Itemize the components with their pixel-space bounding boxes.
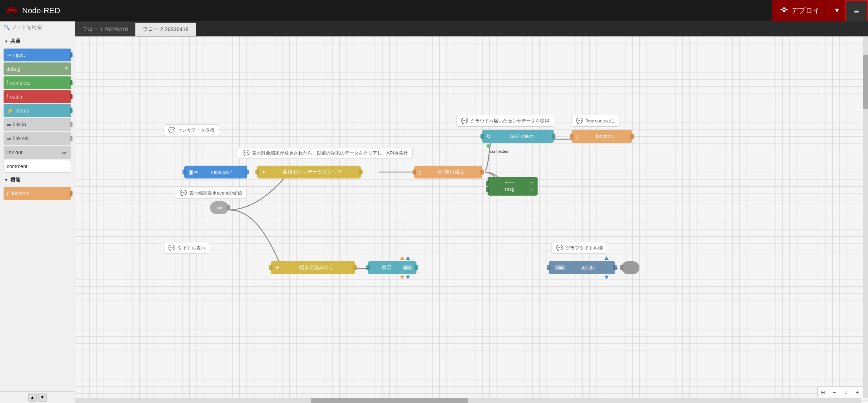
sidebar-content: ▼ 共通 ⇒ inject debug ≡ ! complete ! catch (0, 33, 75, 391)
scroll-down-button[interactable]: ▼ (38, 393, 47, 402)
tab-flow2[interactable]: フロー 2 20220418 (135, 22, 196, 36)
comment-icon-terminal-change: 💬 (180, 190, 187, 196)
comment-display-target-label: 表示対象端末が変更されたら、以前の端末のデータをクリアし、API再発行 (252, 150, 408, 156)
canvas-node-function-right[interactable]: ƒ function (572, 130, 632, 143)
msg2-port-left (486, 187, 489, 192)
c0-title-badge: abc (555, 265, 565, 270)
comment-flow-context-label: flow contextに (585, 118, 615, 124)
c0-title-indicators-top (604, 256, 609, 260)
canvas-node-clear-sensor[interactable]: ✦ 蓄積センサデータのクリア (257, 166, 361, 178)
zoom-out-button[interactable]: − (829, 387, 840, 398)
display-indicators-top (400, 256, 410, 260)
scroll-up-button[interactable]: ▲ (28, 393, 37, 402)
canvas-node-c0-title[interactable]: abc c0.title (549, 261, 615, 274)
sidebar-node-link-call-label: link call (13, 136, 68, 141)
link-in-icon: ⇒ (6, 121, 11, 128)
sse-port-left (480, 134, 484, 139)
comment-cloud-sensor[interactable]: 💬 クラウドへ届いたセンサデータを取得 (457, 115, 554, 127)
sidebar-item-debug[interactable]: debug ≡ (4, 62, 71, 75)
catch-port-right (70, 94, 73, 99)
canvas-node-sse-client[interactable]: ↻ SSE client connected (482, 130, 554, 143)
right-end-port-left (620, 265, 623, 270)
section-header-common[interactable]: ▼ 共通 (0, 35, 75, 47)
display-port-right (415, 265, 418, 270)
display-label: 表示 (372, 265, 400, 271)
svg-rect-5 (780, 9, 783, 10)
comment-terminal-change[interactable]: 💬 表示端末変更eventの受信 (175, 187, 247, 199)
sidebar-item-link-out[interactable]: link out ⇒ (4, 146, 71, 159)
canvas-node-initialize[interactable]: ▣⇒ initialize ¹ (184, 166, 247, 178)
status-port-right (70, 108, 73, 113)
comment-cloud-sensor-label: クラウドへ届いたセンサデータを取得 (470, 118, 549, 124)
tab-flow1-label: フロー 1 20220418 (82, 26, 128, 33)
comment-sensor-label: センサデータ取得 (178, 127, 215, 134)
sidebar-item-function[interactable]: ƒ function (4, 187, 71, 200)
sidebar-item-status[interactable]: ⚡ status (4, 104, 71, 117)
canvas-node-link-in[interactable]: ⇒ (210, 201, 229, 214)
link-call-port-right (70, 136, 73, 141)
sidebar-item-comment[interactable]: comment (4, 160, 71, 173)
function-right-label: function (581, 134, 628, 139)
sidebar-item-inject[interactable]: ⇒ inject (4, 49, 71, 61)
sse-connected-dot (487, 144, 490, 148)
search-input[interactable] (12, 24, 71, 30)
zoom-in-button[interactable]: + (852, 387, 863, 398)
canvas-vertical-scrollbar[interactable] (863, 36, 868, 398)
horizontal-scrollbar-thumb[interactable] (311, 398, 468, 403)
deploy-button[interactable]: デプロイ (772, 0, 828, 21)
tab-flow2-label: フロー 2 20220418 (143, 26, 188, 33)
sidebar-node-comment-label: comment (7, 163, 68, 169)
terminal-read-port-left (269, 265, 273, 270)
sidebar-item-link-call[interactable]: ⇒ link call (4, 132, 71, 145)
comment-sensor[interactable]: 💬 センサデータ取得 (164, 124, 219, 136)
search-bar: 🔍 (0, 21, 75, 33)
sidebar-item-link-in[interactable]: ⇒ link in (4, 118, 71, 131)
canvas-node-display[interactable]: 表示 abc (368, 261, 416, 274)
sidebar-node-debug-label: debug (6, 66, 63, 72)
section-label-function: 機能 (10, 177, 20, 183)
sidebar-node-inject-label: inject (13, 52, 68, 58)
comment-icon-title: 💬 (168, 245, 175, 251)
tab-flow1[interactable]: フロー 1 20220418 (75, 22, 135, 36)
link-call-icon: ⇒ (6, 135, 11, 142)
canvas-zoom-toolbar: ⊞ − ○ + (817, 387, 863, 398)
svg-rect-8 (785, 9, 788, 10)
sidebar-item-catch[interactable]: ! catch (4, 90, 71, 103)
clear-sensor-label: 蓄積センサデータのクリア (268, 169, 356, 175)
canvas-area[interactable]: 💬 センサデータ取得 💬 表示対象端末が変更されたら、以前の端末のデータをクリア… (75, 36, 868, 403)
zoom-out-icon: − (833, 389, 836, 395)
comment-title[interactable]: 💬 タイトル表示 (164, 242, 210, 254)
status-icon: ⚡ (6, 107, 14, 114)
zoom-reset-button[interactable]: ○ (840, 387, 851, 398)
deploy-dropdown-button[interactable]: ▼ (828, 0, 845, 21)
comment-title-label: タイトル表示 (178, 245, 205, 251)
fit-view-icon: ⊞ (821, 389, 825, 395)
initialize-label: initialize ¹ (200, 169, 243, 175)
header: Node-RED デプロイ ▼ ≡ (0, 0, 868, 21)
comment-flow-context[interactable]: 💬 flow contextに (572, 115, 619, 127)
sidebar: 🔍 ▼ 共通 ⇒ inject debug ≡ ! complete (0, 21, 75, 403)
initialize-icon: ▣⇒ (189, 169, 198, 175)
comment-terminal-change-label: 表示端末変更eventの受信 (189, 190, 242, 196)
indicator-top-blue (406, 256, 410, 260)
sidebar-node-function-label: function (12, 191, 68, 196)
fit-view-button[interactable]: ⊞ (818, 387, 828, 398)
debug-menu-icon: ≡ (65, 66, 68, 72)
canvas-node-api-setting[interactable]: ƒ API発行設定 (414, 166, 482, 178)
sidebar-item-complete[interactable]: ! complete (4, 76, 71, 89)
canvas-horizontal-scrollbar[interactable] (75, 398, 861, 403)
section-header-function[interactable]: ▼ 機能 (0, 174, 75, 186)
inject-port-right (70, 52, 73, 57)
main-menu-button[interactable]: ≡ (845, 0, 868, 23)
nodered-logo-icon (6, 4, 19, 17)
clear-sensor-port-right (359, 170, 363, 175)
canvas-node-right-end[interactable] (622, 261, 639, 274)
section-label-common: 共通 (10, 38, 20, 45)
vertical-scrollbar-thumb[interactable] (863, 55, 868, 109)
comment-display-target[interactable]: 💬 表示対象端末が変更されたら、以前の端末のデータをクリアし、API再発行 (238, 147, 413, 159)
canvas-node-terminal-read[interactable]: ✦ 端末名読み出し (271, 261, 355, 274)
search-icon: 🔍 (4, 24, 10, 30)
canvas-node-msg2[interactable]: msg ≡ (488, 183, 538, 196)
comment-graph-title[interactable]: 💬 グラフタイトル欄 (552, 242, 607, 254)
link-in-canvas-icon: ⇒ (217, 204, 222, 212)
